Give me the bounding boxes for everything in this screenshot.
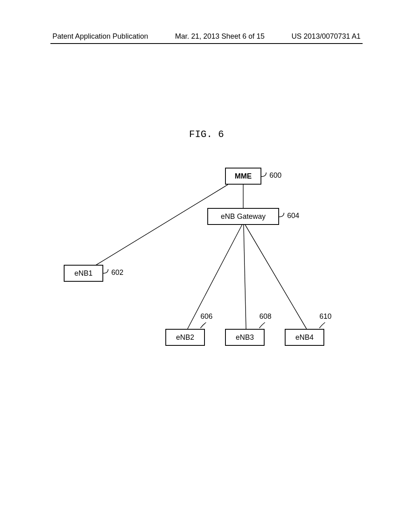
node-enb2-label: eNB2	[176, 333, 194, 342]
ref-enb4: 610	[319, 312, 332, 321]
node-gateway-label: eNB Gateway	[221, 212, 265, 221]
ref-mme: 600	[269, 171, 282, 180]
header-divider	[50, 43, 363, 44]
ref-enb1: 602	[111, 268, 123, 277]
page-header: Patent Application Publication Mar. 21, …	[0, 32, 413, 41]
svg-line-4	[245, 225, 307, 329]
ref-gateway: 604	[287, 212, 299, 220]
svg-line-2	[188, 225, 242, 329]
node-mme-label: MME	[235, 172, 252, 181]
node-enb1: eNB1	[64, 265, 103, 282]
node-enb-gateway: eNB Gateway	[207, 208, 279, 225]
node-enb3: eNB3	[225, 329, 265, 346]
svg-line-0	[94, 185, 228, 266]
node-enb3-label: eNB3	[236, 333, 254, 342]
node-enb4: eNB4	[285, 329, 324, 346]
ref-enb3: 608	[259, 312, 271, 321]
svg-line-3	[244, 225, 246, 329]
header-publication-type: Patent Application Publication	[52, 32, 148, 41]
node-enb1-label: eNB1	[74, 269, 92, 278]
header-publication-number: US 2013/0070731 A1	[292, 32, 361, 41]
connector-lines	[0, 161, 413, 363]
figure-title: FIG. 6	[189, 129, 224, 140]
network-diagram: MME 600 eNB Gateway 604 eNB1 602 eNB2 60…	[0, 161, 413, 363]
ref-enb2: 606	[200, 312, 213, 321]
header-date-sheet: Mar. 21, 2013 Sheet 6 of 15	[175, 32, 265, 41]
node-mme: MME	[225, 168, 261, 185]
node-enb2: eNB2	[165, 329, 205, 346]
node-enb4-label: eNB4	[295, 333, 313, 342]
